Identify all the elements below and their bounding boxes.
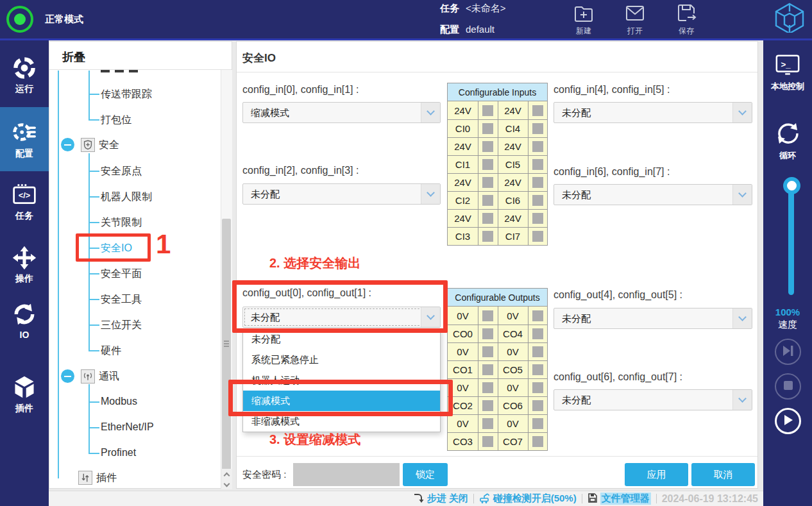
tree-item-communication[interactable]: 通讯: [99, 370, 119, 384]
io-table-row: 24V24V: [448, 137, 547, 155]
nav-task[interactable]: </> 任务: [0, 182, 49, 222]
tree-item-packing-position[interactable]: 打包位: [101, 114, 131, 127]
inputs-table-header: Configurable Inputs: [448, 83, 547, 101]
tree-item-three-position-switch[interactable]: 三位开关: [101, 319, 142, 332]
mode-indicator-icon: [6, 6, 33, 33]
tree-item-safety-io[interactable]: 安全IO: [101, 242, 132, 255]
tree-item-safety-tool[interactable]: 安全工具: [101, 293, 142, 307]
tree-tick: [89, 401, 99, 403]
terminal-icon: >_: [763, 53, 812, 78]
statusbar-separator: [582, 494, 582, 503]
config-in-45-label: config_in[4], config_in[5] :: [554, 84, 670, 96]
config-out-01-label: config_out[0], config_out[1] :: [242, 287, 371, 299]
io-cell-indicator: [478, 361, 498, 378]
collision-detection-toggle[interactable]: 碰撞检测开启(50%): [479, 493, 577, 505]
dropdown-option[interactable]: 未分配: [243, 329, 440, 350]
nav-config[interactable]: 配置: [0, 107, 49, 171]
config-row: 配置default: [440, 24, 495, 36]
left-nav-rail: 运行 配置 </> 任务 操作 IO 插件 BOEC: [0, 38, 49, 506]
speed-slider-track[interactable]: [788, 186, 794, 295]
config-out-67-dropdown[interactable]: 未分配: [554, 389, 752, 410]
io-cell-indicator: [478, 379, 498, 396]
io-table-row: CI0CI4: [448, 119, 547, 137]
tree-item-modbus[interactable]: Modbus: [101, 396, 137, 407]
nav-plugin[interactable]: 插件: [0, 375, 49, 414]
stop-button[interactable]: [775, 373, 801, 400]
tree-item-profinet[interactable]: Profinet: [101, 447, 136, 459]
speed-slider-handle[interactable]: [783, 177, 800, 194]
nav-io[interactable]: IO: [0, 301, 49, 340]
status-bar: 步进 关闭 碰撞检测开启(50%) 文件管理器 2024-06-19 13:12…: [49, 491, 763, 506]
io-cell-indicator: [478, 397, 498, 414]
step-mode-toggle[interactable]: 步进 关闭: [413, 493, 468, 505]
tree-item-safety[interactable]: 安全: [99, 139, 119, 152]
safety-password-input[interactable]: [293, 463, 400, 486]
tree-item-ethernet-ip[interactable]: EtherNet/IP: [101, 421, 154, 433]
new-button[interactable]: 新建: [563, 3, 604, 37]
io-table-row: CI1CI5: [448, 155, 547, 173]
io-cell-indicator: [528, 397, 548, 414]
nav-operate[interactable]: 操作: [0, 245, 49, 285]
config-in-01-dropdown[interactable]: 缩减模式: [242, 102, 441, 123]
play-button[interactable]: [775, 408, 801, 434]
tree-item-conveyor-tracking[interactable]: 传送带跟踪: [101, 88, 152, 101]
config-out-01-dropdown[interactable]: 未分配: [242, 307, 441, 328]
tree-item-robot-limits[interactable]: 机器人限制: [101, 190, 152, 204]
dropdown-option[interactable]: 机器人运动: [243, 370, 440, 391]
step-mode-label: 步进 关闭: [427, 493, 468, 505]
file-manager-button[interactable]: 文件管理器: [588, 493, 651, 505]
io-indicator-square: [532, 328, 543, 339]
tree-item-safety-plane[interactable]: 安全平面: [101, 267, 142, 281]
dropdown-option[interactable]: 非缩减模式: [243, 411, 440, 432]
io-table-row: 0V0V: [448, 414, 547, 432]
io-indicator-square: [532, 141, 543, 152]
tree-item-hardware[interactable]: 硬件: [101, 344, 121, 358]
config-in-45-dropdown[interactable]: 未分配: [554, 102, 752, 123]
footer-separator: [237, 456, 757, 457]
step-forward-button[interactable]: [775, 339, 801, 365]
tree-scrollbar-thumb[interactable]: [222, 219, 231, 470]
dropdown-option[interactable]: 系统已紧急停止: [243, 350, 440, 370]
dropdown-option[interactable]: 缩减模式: [243, 391, 440, 411]
tree-item-plugin[interactable]: 插件: [96, 471, 117, 485]
config-out-45-dropdown[interactable]: 未分配: [554, 308, 752, 329]
statusbar-separator: [473, 494, 474, 503]
io-cell-label: CI3: [448, 228, 478, 245]
scroll-up-icon[interactable]: [221, 469, 232, 479]
safety-password-label: 安全密码 :: [242, 469, 286, 481]
config-in-01-value: 缩减模式: [251, 107, 289, 119]
io-indicator-square: [482, 123, 493, 134]
io-cell-label: 24V: [448, 174, 478, 191]
loop-button[interactable]: 循环: [763, 119, 812, 162]
annotation-step1-number: 1: [156, 231, 171, 258]
io-indicator-square: [532, 418, 543, 429]
io-indicator-square: [532, 231, 543, 242]
io-cell-indicator: [528, 433, 548, 450]
tree-item-joint-limits[interactable]: 关节限制: [101, 216, 142, 230]
nav-run[interactable]: 运行: [0, 55, 49, 95]
collapse-label[interactable]: 折叠: [62, 49, 85, 65]
io-table-row: CO2CO6: [448, 396, 547, 414]
save-button[interactable]: 保存: [666, 3, 707, 37]
io-indicator-square: [532, 400, 543, 411]
tree-item-safety-home[interactable]: 安全原点: [101, 165, 142, 178]
chevron-down-icon: [421, 307, 440, 327]
config-in-67-dropdown[interactable]: 未分配: [554, 184, 752, 205]
swap-arrows-icon: [0, 301, 49, 327]
cancel-button[interactable]: 取消: [691, 463, 755, 486]
lock-button[interactable]: 锁定: [403, 463, 448, 486]
io-cell-indicator: [528, 156, 548, 173]
apply-button[interactable]: 应用: [625, 463, 688, 486]
open-button[interactable]: 打开: [614, 3, 656, 37]
shield-plus-icon: [81, 138, 95, 152]
config-in-23-dropdown[interactable]: 未分配: [242, 183, 441, 205]
io-cell-label: 0V: [498, 307, 528, 325]
collapse-node-icon[interactable]: [61, 369, 74, 383]
scroll-down-icon[interactable]: [221, 479, 232, 489]
collapse-node-icon[interactable]: [61, 138, 74, 151]
chevron-down-icon: [732, 308, 752, 328]
local-control-button[interactable]: >_ 本地控制: [763, 53, 812, 92]
io-cell-label: CO2: [448, 397, 478, 414]
io-cell-indicator: [478, 156, 498, 173]
tree-spine-root: [58, 71, 59, 478]
